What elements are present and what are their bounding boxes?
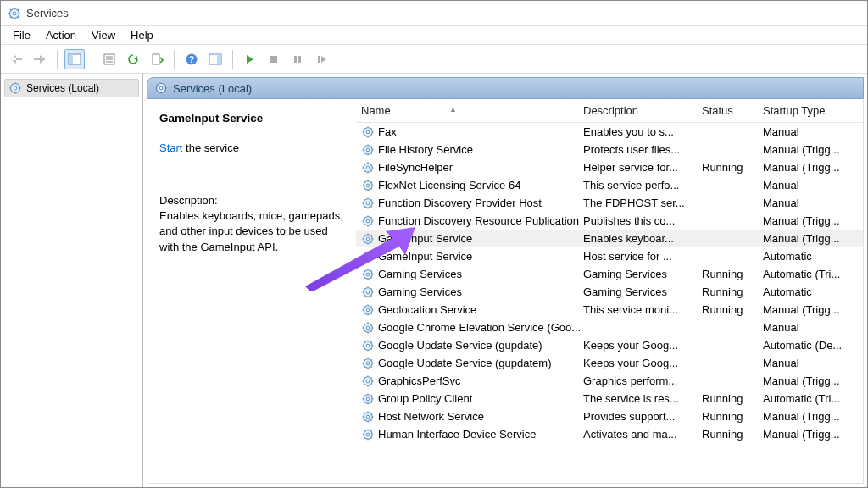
service-description: Gaming Services bbox=[583, 268, 702, 280]
menu-action[interactable]: Action bbox=[39, 27, 83, 43]
service-startup-type: Manual (Trigg... bbox=[763, 428, 863, 441]
service-status: Running bbox=[702, 428, 763, 441]
service-startup-type: Manual bbox=[763, 357, 863, 369]
help-button[interactable]: ? bbox=[181, 49, 202, 69]
show-hide-tree-button[interactable] bbox=[64, 49, 85, 69]
svg-point-34 bbox=[366, 130, 370, 134]
column-description[interactable]: Description bbox=[583, 104, 702, 117]
service-row[interactable]: Google Update Service (gupdate)Keeps you… bbox=[356, 336, 863, 354]
service-row[interactable]: GameInput ServiceHost service for ...Aut… bbox=[356, 247, 863, 265]
service-description: Enables you to s... bbox=[583, 125, 702, 138]
menu-file[interactable]: File bbox=[6, 27, 37, 43]
tree-node-services-local[interactable]: Services (Local) bbox=[4, 79, 139, 97]
service-row[interactable]: FaxEnables you to s...Manual bbox=[356, 123, 863, 141]
toolbar-separator bbox=[57, 50, 58, 69]
svg-point-124 bbox=[366, 291, 370, 294]
pause-service-button[interactable] bbox=[287, 49, 308, 69]
column-status[interactable]: Status bbox=[702, 104, 763, 117]
gear-icon bbox=[361, 410, 375, 424]
service-name: Gaming Services bbox=[378, 268, 462, 280]
service-description: Helper service for... bbox=[583, 161, 702, 174]
svg-line-181 bbox=[364, 384, 364, 385]
service-description: Publishes this co... bbox=[583, 214, 702, 227]
svg-point-1 bbox=[13, 12, 16, 15]
service-name: Function Discovery Resource Publication bbox=[378, 214, 579, 227]
menu-view[interactable]: View bbox=[85, 27, 122, 43]
service-row[interactable]: GameInput ServiceEnables keyboar...Manua… bbox=[356, 230, 863, 247]
svg-rect-16 bbox=[153, 54, 159, 64]
service-row[interactable]: Gaming ServicesGaming ServicesRunningAut… bbox=[356, 283, 863, 301]
service-row[interactable]: FlexNet Licensing Service 64This service… bbox=[356, 176, 863, 194]
svg-point-174 bbox=[366, 380, 370, 383]
start-service-link[interactable]: Start bbox=[159, 141, 182, 154]
service-startup-type: Manual bbox=[763, 197, 863, 209]
service-status: Running bbox=[702, 410, 763, 423]
main-pane: Services (Local) GameInput Service Start… bbox=[143, 74, 867, 487]
svg-point-32 bbox=[159, 86, 163, 90]
export-list-button[interactable] bbox=[147, 49, 167, 69]
service-row[interactable]: Host Network ServiceProvides support...R… bbox=[356, 408, 863, 425]
service-description: This service moni... bbox=[583, 303, 702, 316]
service-row[interactable]: Human Interface Device ServiceActivates … bbox=[356, 425, 863, 443]
service-row[interactable]: Function Discovery Provider HostThe FDPH… bbox=[356, 194, 863, 212]
svg-point-84 bbox=[366, 219, 370, 223]
svg-point-54 bbox=[366, 166, 370, 169]
start-service-button[interactable] bbox=[240, 49, 260, 69]
column-startup-type[interactable]: Startup Type bbox=[763, 104, 863, 117]
service-status: Running bbox=[702, 161, 763, 174]
svg-line-39 bbox=[364, 128, 364, 129]
service-row[interactable]: Google Update Service (gupdatem)Keeps yo… bbox=[356, 354, 863, 372]
service-name: Geolocation Service bbox=[378, 303, 476, 316]
svg-line-142 bbox=[371, 306, 372, 307]
nav-forward-button[interactable] bbox=[30, 49, 50, 69]
service-row[interactable]: Geolocation ServiceThis service moni...R… bbox=[356, 301, 863, 319]
svg-line-82 bbox=[371, 199, 372, 200]
refresh-button[interactable] bbox=[123, 49, 143, 69]
svg-point-134 bbox=[366, 308, 370, 312]
nav-back-button[interactable] bbox=[6, 49, 26, 69]
pane-header: Services (Local) bbox=[147, 77, 864, 99]
svg-rect-20 bbox=[217, 54, 221, 64]
stop-service-button[interactable] bbox=[264, 49, 284, 69]
column-name[interactable]: Name▲ bbox=[356, 104, 583, 117]
gear-icon bbox=[361, 286, 375, 299]
gear-icon bbox=[361, 303, 375, 317]
service-row[interactable]: Gaming ServicesGaming ServicesRunningAut… bbox=[356, 265, 863, 283]
svg-line-50 bbox=[371, 152, 372, 153]
restart-service-button[interactable] bbox=[311, 49, 331, 69]
svg-line-182 bbox=[371, 377, 372, 378]
svg-point-114 bbox=[366, 273, 370, 276]
column-headers: Name▲ Description Status Startup Type bbox=[356, 99, 863, 123]
svg-line-212 bbox=[371, 430, 372, 431]
svg-point-44 bbox=[366, 148, 370, 152]
service-name: Google Update Service (gupdate) bbox=[378, 339, 542, 352]
svg-line-110 bbox=[371, 259, 372, 260]
services-app-icon bbox=[8, 7, 21, 20]
service-description: Keeps your Goog... bbox=[583, 339, 702, 352]
properties-button[interactable] bbox=[99, 49, 120, 69]
svg-line-149 bbox=[364, 324, 364, 324]
menu-help[interactable]: Help bbox=[124, 27, 160, 43]
gear-icon bbox=[361, 250, 375, 263]
service-row[interactable]: GraphicsPerfSvcGraphics perform...Manual… bbox=[356, 372, 863, 390]
svg-rect-23 bbox=[298, 56, 301, 63]
service-row[interactable]: Function Discovery Resource PublicationP… bbox=[356, 212, 863, 230]
service-name: Group Policy Client bbox=[378, 392, 472, 405]
svg-line-42 bbox=[371, 128, 372, 129]
svg-line-139 bbox=[364, 306, 364, 307]
svg-line-209 bbox=[364, 430, 364, 431]
svg-line-9 bbox=[18, 9, 19, 10]
service-row[interactable]: FileSyncHelperHelper service for...Runni… bbox=[356, 158, 863, 176]
svg-point-74 bbox=[366, 202, 370, 205]
svg-line-171 bbox=[364, 366, 364, 367]
svg-line-62 bbox=[371, 164, 372, 164]
service-row[interactable]: File History ServiceProtects user files.… bbox=[356, 141, 863, 158]
service-row[interactable]: Google Chrome Elevation Service (Goo...M… bbox=[356, 319, 863, 336]
svg-line-121 bbox=[364, 277, 364, 278]
service-startup-type: Automatic (Tri... bbox=[763, 268, 863, 280]
gear-icon bbox=[361, 232, 375, 246]
svg-line-79 bbox=[364, 199, 364, 200]
service-row[interactable]: Group Policy ClientThe service is res...… bbox=[356, 390, 863, 408]
show-hide-action-pane-button[interactable] bbox=[205, 49, 225, 69]
svg-line-80 bbox=[371, 206, 372, 207]
